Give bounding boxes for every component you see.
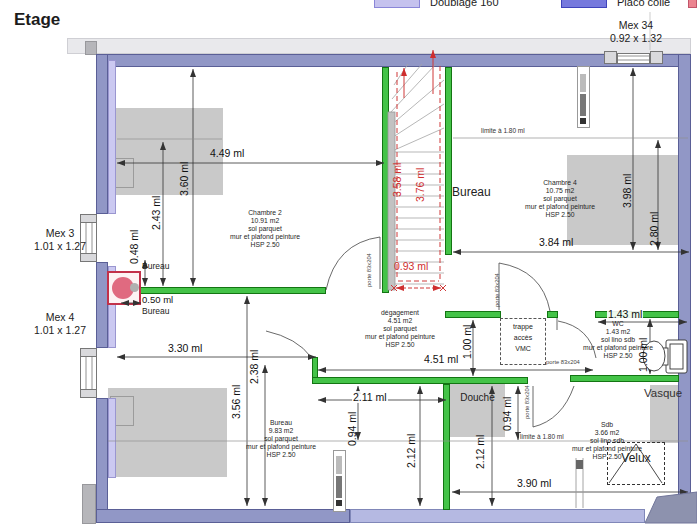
- mex3-size: 1.01 x 1.27: [28, 240, 92, 253]
- label-douche: Douche: [450, 392, 505, 403]
- label-limite-top: limite à 1.80 ml: [480, 127, 526, 134]
- dim-3-60: 3.60 ml: [178, 162, 190, 196]
- door-label-chambre4: porte 83x204: [494, 273, 500, 307]
- room-finish: mur et plafond peinture: [495, 203, 625, 211]
- room-area: 9.83 m2: [216, 427, 346, 435]
- room-floor: sol parquet: [335, 325, 465, 333]
- room-finish: mur et plafond peinture: [335, 333, 465, 341]
- dim-3-58: 3.58 ml: [391, 163, 403, 197]
- room-block-chambre2: Chambre 2 10.91 m2 sol parquet mur et pl…: [200, 209, 330, 249]
- room-name: Bureau: [216, 419, 346, 427]
- door-label-sdb: porte 83x204: [524, 385, 530, 419]
- room-name: Chambre 4: [495, 179, 625, 187]
- mex4-name: Mex 4: [28, 311, 92, 324]
- room-height: HSP 2.50: [200, 241, 330, 249]
- room-block-degagement: dégagement 4.51 m2 sol parquet mur et pl…: [335, 309, 465, 349]
- label-bureau-open: Bureau: [452, 185, 491, 199]
- room-name: Sdb: [542, 421, 672, 429]
- room-finish: mur et plafond peinture: [553, 344, 683, 352]
- door-label-wc: porte 83x204: [546, 359, 580, 365]
- room-floor: sol lino sdb: [553, 336, 683, 344]
- limite-lines: [108, 12, 688, 441]
- room-height: HSP 2.50: [216, 451, 346, 459]
- dim-1-43: 1.43 ml: [607, 308, 643, 320]
- dim-3-98: 3.98 ml: [621, 174, 633, 208]
- dim-2-12-left: 2.12 ml: [405, 434, 417, 468]
- room-height: HSP 2.50: [495, 211, 625, 219]
- dim-2-38: 2.38 ml: [248, 350, 260, 384]
- room-area: 1.43 m2: [553, 328, 683, 336]
- dim-0-93: 0.93 ml: [394, 260, 428, 272]
- dim-4-49: 4.49 ml: [210, 147, 244, 159]
- window-label-mex34: Mex 34 0.92 x 1.32: [600, 19, 672, 44]
- dim-2-12-right: 2.12 ml: [474, 435, 486, 469]
- window-label-mex3: Mex 3 1.01 x 1.27: [28, 227, 92, 252]
- room-finish: mur et plafond peinture: [216, 443, 346, 451]
- room-area: 10.75 m2: [495, 187, 625, 195]
- floor-plan: trappe accès VMC: [0, 0, 697, 525]
- label-velux: Velux: [607, 451, 665, 465]
- dim-3-30: 3.30 ml: [168, 342, 202, 354]
- label-bureau-left-1: Bureau: [142, 261, 169, 271]
- room-area: 10.91 m2: [200, 217, 330, 225]
- room-name: WC: [553, 320, 683, 328]
- legend-label-placo: Placo collé: [617, 0, 670, 8]
- dim-3-90: 3.90 ml: [517, 477, 551, 489]
- sdb-partition: [576, 458, 583, 508]
- dim-0-48: 0.48 ml: [128, 230, 140, 264]
- dim-0-94-right: 0.94 ml: [501, 397, 513, 431]
- room-block-chambre4: Chambre 4 10.75 m2 sol parquet mur et pl…: [495, 179, 625, 219]
- legend-swatch-partial: [688, 0, 697, 8]
- dim-3-76: 3.76 ml: [414, 168, 426, 202]
- label-vasque: Vasque: [644, 387, 682, 399]
- mex34-size: 0.92 x 1.32: [600, 32, 672, 45]
- dim-0-94-left: 0.94 ml: [346, 412, 358, 446]
- legend-swatch-placo: [561, 0, 607, 8]
- corner-bottom-right: [645, 492, 697, 523]
- dim-1-00-wc: 1.00 ml: [637, 338, 649, 372]
- room-block-wc: WC 1.43 m2 sol lino sdb mur et plafond p…: [553, 320, 683, 360]
- label-limite-bottom: limite à 1.80 ml: [519, 433, 565, 440]
- room-height: HSP 2.50: [335, 341, 465, 349]
- mex4-size: 1.01 x 1.27: [28, 324, 92, 337]
- dim-4-51: 4.51 ml: [424, 353, 458, 365]
- room-floor: sol parquet: [216, 435, 346, 443]
- dim-2-11: 2.11 ml: [352, 391, 388, 403]
- label-bureau-left-2: Bureau: [142, 306, 169, 316]
- room-floor: sol parquet: [495, 195, 625, 203]
- room-name: dégagement: [335, 309, 465, 317]
- dim-2-43: 2.43 ml: [150, 196, 162, 230]
- mex34-name: Mex 34: [600, 19, 672, 32]
- room-finish: mur et plafond peinture: [200, 233, 330, 241]
- mex3-name: Mex 3: [28, 227, 92, 240]
- room-name: Chambre 2: [200, 209, 330, 217]
- dim-1-00-corridor: 1.00 ml: [461, 325, 473, 359]
- dim-3-84: 3.84 ml: [539, 236, 573, 248]
- door-label-chambre2: porte 83x204: [366, 253, 372, 287]
- legend-label-doublage: Doublage 160: [430, 0, 499, 8]
- room-area: 4.51 m2: [335, 317, 465, 325]
- dim-3-56: 3.56 ml: [230, 385, 242, 419]
- window-label-mex4: Mex 4 1.01 x 1.27: [28, 311, 92, 336]
- room-floor: sol parquet: [200, 225, 330, 233]
- legend-swatch-doublage: [374, 0, 420, 8]
- room-block-bureau: Bureau 9.83 m2 sol parquet mur et plafon…: [216, 419, 346, 459]
- dim-0-50: 0.50 ml: [142, 294, 173, 305]
- page-title: Etage: [14, 10, 60, 30]
- dim-2-80: 2.80 ml: [648, 212, 660, 246]
